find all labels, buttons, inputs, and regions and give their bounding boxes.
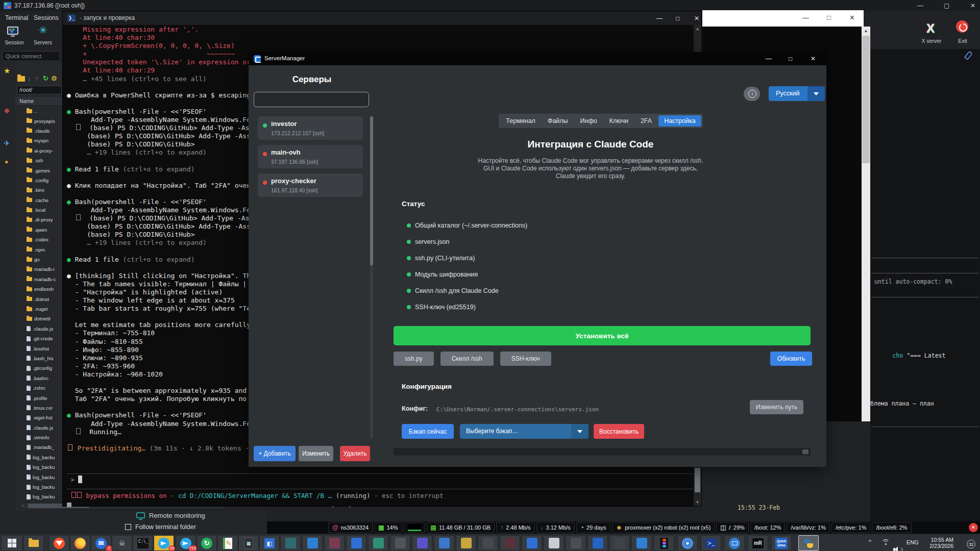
sm-close-icon[interactable]: ✕ bbox=[811, 55, 816, 62]
bg-maximize-icon[interactable]: □ bbox=[827, 14, 831, 21]
tab-2FA[interactable]: 2FA bbox=[635, 115, 657, 127]
content-hscrollbar[interactable] bbox=[394, 448, 811, 456]
language-chevron[interactable] bbox=[807, 86, 825, 101]
exit-button[interactable] bbox=[956, 20, 968, 33]
quick-connect-input[interactable]: Quick connect. bbox=[2, 51, 60, 61]
file-list-item[interactable]: go bbox=[15, 255, 63, 264]
taskbar-blue-grid[interactable]: ◧ bbox=[259, 535, 280, 551]
file-list-item[interactable]: .nuget bbox=[15, 304, 63, 314]
tray-clock[interactable]: 10:55 AM 2/23/2026 bbox=[922, 537, 953, 549]
tab-Настройка[interactable]: Настройка bbox=[658, 115, 701, 127]
file-list-item[interactable]: mariadb-c bbox=[15, 274, 63, 284]
component-button-Скилл /ssh[interactable]: Скилл /ssh bbox=[440, 352, 494, 366]
sftp-path-input[interactable]: /root/ bbox=[17, 86, 62, 94]
terminal-scroll-up-icon[interactable]: ▲ bbox=[694, 27, 701, 31]
macros-icon[interactable]: ◆ bbox=[4, 106, 10, 114]
tray-chevron-icon[interactable]: ^ bbox=[869, 539, 871, 545]
terminal-titlebar[interactable]: ❯_ · запуск и проверка — □ ✕ bbox=[63, 11, 701, 25]
file-list-item[interactable]: log_backu bbox=[15, 482, 63, 492]
taskbar-pinned-app-22[interactable] bbox=[478, 535, 498, 551]
restore-button[interactable]: Восстановить bbox=[594, 424, 644, 439]
server-search-input[interactable] bbox=[254, 92, 369, 107]
file-list-item[interactable]: .profile bbox=[15, 393, 63, 403]
taskbar-mremoteng[interactable]: mR bbox=[748, 535, 768, 551]
file-list-item[interactable]: .viminfo bbox=[15, 433, 63, 442]
taskbar-pinned-app-25[interactable] bbox=[544, 535, 564, 551]
keyboard-language[interactable]: ENG bbox=[906, 539, 919, 545]
taskbar-pinned-app-14[interactable] bbox=[302, 535, 323, 551]
wifi-icon[interactable] bbox=[881, 539, 890, 546]
upload-icon[interactable]: ↑ bbox=[35, 74, 39, 82]
taskbar-monitor-app[interactable] bbox=[724, 535, 745, 551]
taskbar-pinned-app-19[interactable] bbox=[412, 535, 432, 551]
file-list-item[interactable]: .cache bbox=[15, 195, 63, 205]
install-all-button[interactable]: Установить всё bbox=[394, 326, 811, 345]
content-scroll-thumb[interactable] bbox=[802, 449, 808, 454]
file-list-item[interactable]: .git-crede bbox=[15, 334, 63, 343]
taskbar-telegram[interactable]: 26 bbox=[154, 535, 174, 551]
file-list-item[interactable]: .qwen bbox=[15, 225, 63, 235]
download-icon[interactable]: ↓ bbox=[28, 74, 31, 82]
taskbar-pinned-app-20[interactable] bbox=[434, 535, 454, 551]
file-list-item[interactable]: .. bbox=[15, 106, 63, 116]
taskbar-notepad[interactable]: ✎ bbox=[217, 535, 238, 551]
taskbar-figma[interactable] bbox=[654, 535, 674, 551]
volume-icon[interactable] bbox=[893, 546, 901, 551]
component-button-SSH-ключ[interactable]: SSH-ключ bbox=[500, 352, 551, 366]
taskbar-python[interactable] bbox=[798, 535, 819, 551]
menu-terminal[interactable]: Terminal bbox=[5, 14, 28, 21]
send-plane-icon[interactable]: ✈ bbox=[4, 139, 10, 148]
server-list-scrollbar[interactable] bbox=[370, 116, 373, 439]
file-list-item[interactable]: .bash_his bbox=[15, 354, 63, 363]
maximize-icon[interactable]: ▢ bbox=[944, 0, 949, 11]
file-list-item[interactable]: log_backu bbox=[15, 472, 63, 482]
component-button-ssh.py[interactable]: ssh.py bbox=[394, 352, 434, 366]
taskbar-pinned-app-29[interactable] bbox=[631, 535, 652, 551]
bg-scroll-thumb[interactable] bbox=[862, 36, 870, 163]
terminal-scroll-down-icon[interactable]: ▼ bbox=[694, 500, 701, 505]
server-card-proxy-checker[interactable]: proxy-checker161.97.118.40 [ssh] bbox=[258, 173, 363, 197]
file-list-item[interactable]: proxyapis bbox=[15, 116, 63, 126]
file-list-item[interactable]: myvpn bbox=[15, 136, 63, 145]
menu-sessions[interactable]: Sessions bbox=[34, 14, 59, 21]
refresh-button[interactable]: Обновить bbox=[770, 352, 812, 366]
taskbar-thunderbird[interactable]: ✉2 bbox=[91, 535, 111, 551]
terminal-maximize-icon[interactable]: □ bbox=[676, 15, 679, 22]
file-list-item[interactable]: .claude bbox=[15, 126, 63, 136]
file-list-item[interactable]: dotnet9 bbox=[15, 314, 63, 323]
taskbar-pinned-app-24[interactable] bbox=[522, 535, 542, 551]
file-list-item[interactable]: .claude.js bbox=[15, 324, 63, 334]
file-list-item[interactable]: ai-proxy- bbox=[15, 146, 63, 156]
servermanager-titlebar[interactable]: ServerManager — □ ✕ bbox=[249, 52, 826, 65]
taskbar-pinned-app-26[interactable] bbox=[566, 535, 586, 551]
file-list-item[interactable]: .kimi bbox=[15, 185, 63, 195]
file-list-header[interactable]: Name bbox=[15, 97, 63, 106]
taskbar-brave[interactable] bbox=[49, 535, 69, 551]
taskbar-firefox[interactable] bbox=[70, 535, 90, 551]
scroll-left-icon[interactable]: ‹ bbox=[22, 503, 23, 508]
taskbar-cmd[interactable]: C:\_ bbox=[133, 535, 153, 551]
favorites-star-icon[interactable]: ★ bbox=[4, 66, 10, 76]
language-select[interactable]: Русский bbox=[769, 86, 825, 101]
close-icon[interactable]: ✕ bbox=[970, 0, 975, 11]
server-card-investor[interactable]: investor173.212.212.157 [ssh] bbox=[258, 116, 363, 140]
orange-dot-icon[interactable]: ● bbox=[5, 158, 8, 165]
backup-select[interactable]: Выберите бэкап… bbox=[460, 424, 589, 439]
taskbar-powershell[interactable]: ≻_ bbox=[701, 535, 721, 551]
x-server-icon[interactable]: X bbox=[926, 21, 935, 36]
file-list-item[interactable]: .claude.js bbox=[15, 423, 63, 433]
file-list-item[interactable]: .npm bbox=[15, 244, 63, 254]
file-list-item[interactable]: .lesshst bbox=[15, 343, 63, 353]
file-list-item[interactable]: .wget-hst bbox=[15, 413, 63, 422]
bg-minimize-icon[interactable]: — bbox=[802, 14, 809, 21]
taskbar-chromium[interactable] bbox=[677, 535, 698, 551]
file-list-item[interactable]: .mariadb_ bbox=[15, 442, 63, 452]
file-list-item[interactable]: .config bbox=[15, 176, 63, 185]
file-list-item[interactable]: .gitconfig bbox=[15, 363, 63, 373]
change-path-button[interactable]: Изменить путь bbox=[750, 400, 803, 414]
file-list-item[interactable]: log_backu bbox=[15, 462, 63, 472]
taskbar-pinned-app-15[interactable] bbox=[324, 535, 345, 551]
terminal-minimize-icon[interactable]: — bbox=[656, 15, 663, 22]
session-button[interactable] bbox=[7, 27, 18, 35]
servers-icon[interactable]: ✳ bbox=[39, 26, 47, 35]
